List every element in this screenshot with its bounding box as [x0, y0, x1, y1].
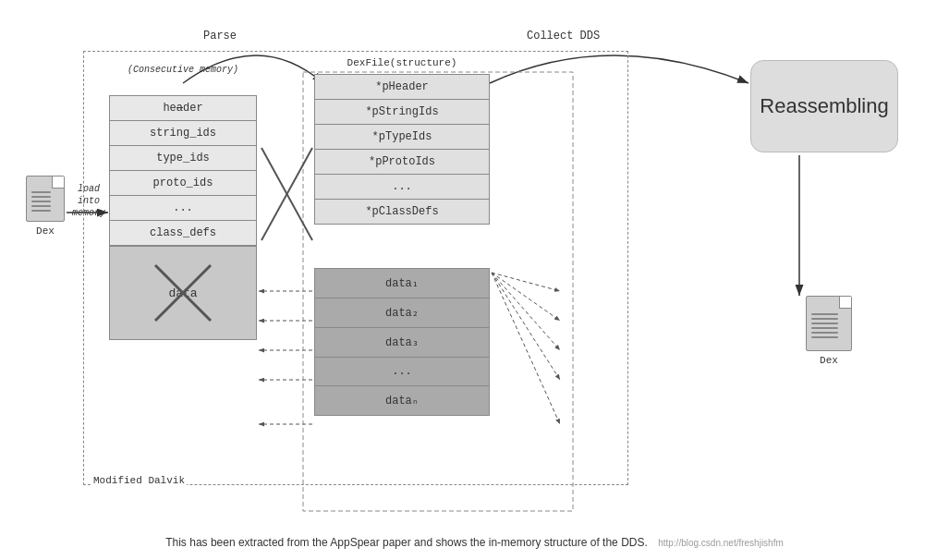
dex-cell-pstringids: *pStringIds — [315, 100, 489, 125]
consecutive-memory-label: (Consecutive memory) — [109, 65, 257, 75]
caption-url: http://blog.csdn.net/freshjishfm — [658, 538, 784, 548]
x-mark — [146, 256, 220, 330]
caption-text: This has been extracted from the AppSpea… — [165, 536, 648, 549]
data-cell-1: data₁ — [314, 268, 490, 298]
dex-file-right: Dex — [806, 296, 852, 366]
mem-cell-data: data — [110, 246, 256, 339]
memory-block: header string_ids type_ids proto_ids ...… — [109, 79, 257, 340]
data-cell-dots: ... — [314, 357, 490, 385]
data-cell-n: dataₙ — [314, 385, 490, 416]
file-icon-left — [26, 176, 65, 222]
parse-label: Parse — [203, 30, 237, 43]
dex-file-left: Dex — [26, 176, 65, 237]
dex-cell-ptypeids: *pTypeIds — [315, 125, 489, 150]
mem-cell-header: header — [110, 96, 256, 121]
mem-cell-string-ids: string_ids — [110, 121, 256, 146]
dex-cell-pprotoids: *pProtoIds — [315, 150, 489, 175]
data-cells-block: data₁ data₂ data₃ ... dataₙ — [314, 268, 490, 416]
dex-left-label: Dex — [36, 225, 55, 237]
dex-cell-pheader: *pHeader — [315, 75, 489, 100]
dex-cell-dots: ... — [315, 175, 489, 200]
dexfile-label: DexFile(structure) — [314, 57, 490, 68]
memory-cells: header string_ids type_ids proto_ids ...… — [109, 95, 257, 340]
diagram-area: Dex load into memory Parse Collect DDS M… — [9, 9, 940, 527]
mem-cell-class-defs: class_defs — [110, 221, 256, 246]
file-icon-right — [806, 296, 852, 351]
reassembling-box: Reassembling — [750, 60, 898, 152]
dex-cell-pclassdefs: *pClassDefs — [315, 200, 489, 224]
mem-cell-proto-ids: proto_ids — [110, 171, 256, 196]
mem-cell-dots: ... — [110, 196, 256, 221]
mem-cell-type-ids: type_ids — [110, 146, 256, 171]
reassembling-text: Reassembling — [760, 94, 888, 118]
dalvik-label: Modified Dalvik — [91, 475, 187, 486]
collect-dds-label: Collect DDS — [527, 30, 600, 43]
data-cell-2: data₂ — [314, 298, 490, 327]
main-container: Dex load into memory Parse Collect DDS M… — [0, 0, 949, 560]
dexfile-cells: *pHeader *pStringIds *pTypeIds *pProtoId… — [314, 74, 490, 225]
cross-arrows — [257, 139, 317, 250]
caption-area: This has been extracted from the AppSpea… — [0, 536, 949, 549]
dex-right-label: Dex — [820, 355, 838, 366]
data-cell-3: data₃ — [314, 327, 490, 357]
